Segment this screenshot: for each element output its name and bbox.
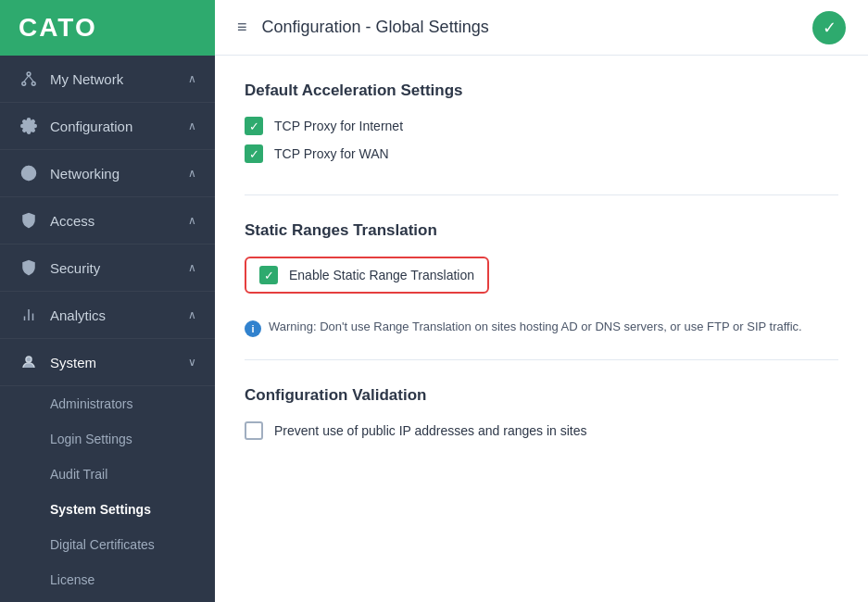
- save-status-icon: ✓: [812, 11, 846, 44]
- static-range-warning: i Warning: Don't use Range Translation o…: [245, 320, 838, 337]
- sidebar-sub-api-access-management[interactable]: API Access Management: [0, 597, 215, 602]
- sidebar-item-networking[interactable]: Networking ∧: [0, 150, 215, 197]
- tcp-proxy-wan-row: ✓ TCP Proxy for WAN: [245, 144, 838, 163]
- svg-line-4: [29, 76, 33, 82]
- globe-icon: [19, 163, 39, 183]
- shield-check-icon: [19, 210, 39, 231]
- system-arrow: ∨: [188, 356, 196, 369]
- network-icon: [19, 69, 39, 89]
- enable-static-range-label: Enable Static Range Translation: [289, 268, 474, 282]
- sidebar-item-analytics[interactable]: Analytics ∧: [0, 292, 215, 339]
- sidebar-item-system-label: System: [50, 355, 188, 370]
- sidebar-item-my-network[interactable]: My Network ∧: [0, 56, 215, 103]
- my-network-arrow: ∧: [188, 72, 196, 85]
- static-ranges-section: Static Ranges Translation ✓ Enable Stati…: [245, 195, 838, 360]
- sidebar-item-access-label: Access: [50, 213, 188, 229]
- system-icon: [19, 352, 39, 372]
- configuration-arrow: ∧: [188, 119, 196, 132]
- sidebar-item-my-network-label: My Network: [50, 71, 188, 87]
- menu-icon[interactable]: ≡: [237, 18, 247, 37]
- tcp-proxy-internet-row: ✓ TCP Proxy for Internet: [245, 117, 838, 135]
- prevent-public-ip-checkbox[interactable]: [245, 421, 263, 440]
- main-content: ≡ Configuration - Global Settings ✓ Defa…: [215, 0, 868, 602]
- sidebar-item-system[interactable]: System ∨: [0, 339, 215, 386]
- enable-static-range-checkbox[interactable]: ✓: [259, 266, 278, 284]
- sidebar-sub-system-settings[interactable]: System Settings: [0, 492, 215, 527]
- bar-chart-icon: [19, 305, 39, 325]
- sidebar-sub-license[interactable]: License: [0, 562, 215, 597]
- networking-arrow: ∧: [188, 167, 196, 180]
- config-validation-section: Configuration Validation Prevent use of …: [245, 360, 838, 471]
- gear-icon: [19, 116, 39, 136]
- sidebar: CATO My Network ∧ Configuration ∧ Networ…: [0, 0, 215, 602]
- svg-point-11: [26, 357, 31, 362]
- analytics-arrow: ∧: [188, 308, 196, 321]
- topbar: ≡ Configuration - Global Settings ✓: [215, 0, 868, 56]
- tcp-proxy-wan-label: TCP Proxy for WAN: [274, 146, 389, 161]
- page-title: Configuration - Global Settings: [262, 18, 812, 37]
- sidebar-item-networking-label: Networking: [50, 166, 188, 182]
- enable-static-range-row[interactable]: ✓ Enable Static Range Translation: [245, 257, 489, 294]
- sidebar-item-configuration-label: Configuration: [50, 119, 188, 134]
- tcp-proxy-wan-checkbox[interactable]: ✓: [245, 144, 263, 163]
- sidebar-sub-administrators[interactable]: Administrators: [0, 386, 215, 421]
- sidebar-sub-audit-trail[interactable]: Audit Trail: [0, 457, 215, 492]
- logo: CATO: [0, 0, 215, 56]
- svg-point-2: [31, 82, 35, 85]
- content-area: Default Acceleration Settings ✓ TCP Prox…: [215, 56, 868, 602]
- sidebar-item-analytics-label: Analytics: [50, 307, 188, 323]
- acceleration-section: Default Acceleration Settings ✓ TCP Prox…: [245, 56, 838, 195]
- prevent-public-ip-label: Prevent use of public IP addresses and r…: [274, 423, 587, 438]
- config-validation-title: Configuration Validation: [245, 386, 838, 405]
- svg-point-0: [27, 72, 31, 76]
- access-arrow: ∧: [188, 214, 196, 227]
- warning-text: Warning: Don't use Range Translation on …: [269, 320, 802, 333]
- shield-icon: [19, 257, 39, 278]
- sidebar-item-configuration[interactable]: Configuration ∧: [0, 103, 215, 150]
- static-ranges-title: Static Ranges Translation: [245, 221, 838, 240]
- tcp-proxy-internet-label: TCP Proxy for Internet: [274, 119, 403, 133]
- sidebar-sub-login-settings[interactable]: Login Settings: [0, 421, 215, 457]
- tcp-proxy-internet-checkbox[interactable]: ✓: [245, 117, 263, 135]
- sidebar-item-security[interactable]: Security ∧: [0, 245, 215, 292]
- svg-line-3: [24, 76, 29, 82]
- svg-point-1: [22, 82, 26, 85]
- sidebar-sub-digital-certificates[interactable]: Digital Certificates: [0, 527, 215, 562]
- sidebar-item-access[interactable]: Access ∧: [0, 197, 215, 245]
- sidebar-item-security-label: Security: [50, 260, 188, 276]
- acceleration-title: Default Acceleration Settings: [245, 82, 838, 100]
- security-arrow: ∧: [188, 261, 196, 274]
- prevent-public-ip-row: Prevent use of public IP addresses and r…: [245, 421, 838, 440]
- info-icon: i: [245, 320, 261, 337]
